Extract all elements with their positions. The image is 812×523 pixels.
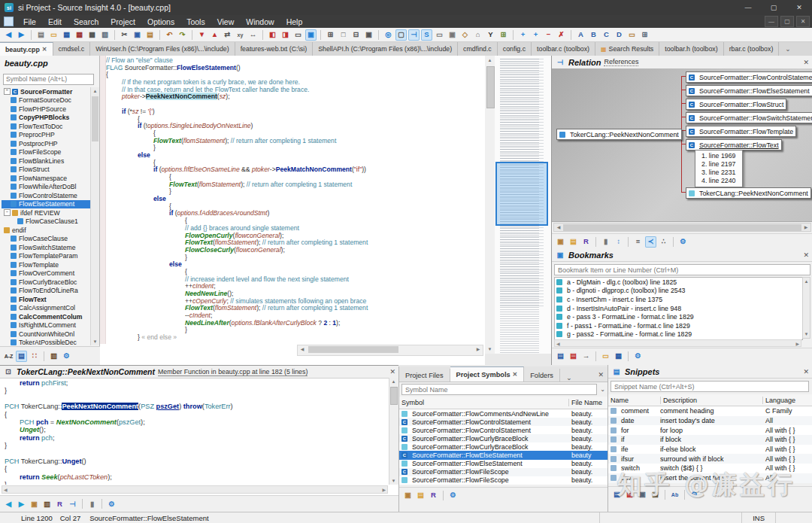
context-back-icon[interactable]: ◀ (3, 498, 14, 509)
copy-icon[interactable]: ▣ (132, 29, 143, 41)
snippet-row-ife[interactable]: ifeif-else blockAll with { } (608, 445, 812, 455)
bookmarks-vertical-scrollbar[interactable]: ▲ ▼ (802, 277, 810, 339)
symbol-item-flowtemplateparam[interactable]: FlowTemplateParam (2, 252, 90, 261)
symbol-item-calcassignmentcol[interactable]: CalcAssignmentCol (2, 304, 90, 313)
scroll-left-icon[interactable]: ◀ (4, 487, 8, 492)
replace-xy-icon[interactable]: xy (235, 29, 246, 41)
close-icon[interactable]: ✕ (803, 368, 809, 376)
save-as-icon[interactable]: ▦ (74, 29, 85, 41)
tab-project-symbols[interactable]: Project Symbols✕ (450, 366, 525, 382)
compare-files-icon[interactable]: ⇄ (222, 29, 233, 41)
scroll-down-icon[interactable]: ▼ (486, 345, 494, 353)
symbol-row-flowfilescope[interactable]: SourceFormatter::FlowFileScopebeauty. (399, 476, 607, 485)
context-lock-icon[interactable]: ▮ (86, 498, 98, 509)
close-icon[interactable]: ✕ (803, 59, 809, 66)
snippet-row-for[interactable]: forfor loopAll with { } (608, 425, 812, 435)
scroll-right-icon[interactable]: ▶ (382, 487, 386, 492)
editor-vertical-scrollbar[interactable]: ▲ ▼ (485, 56, 495, 354)
relation-node-flowelsestatement[interactable]: CSourceFormatter::FlowElseStatement (686, 85, 812, 96)
scroll-left-icon[interactable]: ◀ (298, 345, 307, 354)
relation-node-flowtext[interactable]: CSourceFormatter::FlowText (686, 139, 782, 151)
scroll-up-icon[interactable]: ▲ (91, 87, 99, 95)
context-bookmark-icon[interactable]: ▣ (29, 498, 40, 509)
editor-overview-minimap[interactable] (495, 56, 552, 354)
browse-mode-icon[interactable]: ◇ (459, 29, 471, 41)
snippet-row-if[interactable]: ifif blockAll with { } (608, 435, 812, 445)
context-window-toggle-icon[interactable]: ▭ (434, 29, 445, 41)
snippet-row-time[interactable]: timeinsert the current timeAll (608, 473, 812, 483)
relation-reference-lines-list[interactable]: 1. line 19692. line 21973. line 22314. l… (695, 150, 743, 187)
symbol-item-flowcaseclause[interactable]: FlowCaseClause (2, 235, 90, 244)
snippet-row-comment[interactable]: commentcomment headingC Family (608, 406, 812, 416)
context-settings-gear-icon[interactable]: ⚙ (106, 498, 117, 509)
reference-line-item[interactable]: 4. line 2240 (701, 177, 736, 185)
file-tab-cmdfind.c[interactable]: cmdfind.c (458, 42, 498, 56)
minimize-button[interactable]: — (735, 0, 761, 15)
back-icon[interactable]: ◀ (3, 29, 14, 41)
select-mode-icon[interactable]: ▢ (395, 29, 407, 41)
context-book-icon[interactable]: ▥ (41, 498, 53, 509)
mdi-document-icon[interactable] (4, 17, 14, 26)
style-d-icon[interactable]: D (614, 29, 625, 41)
close-icon[interactable]: ✕ (803, 251, 809, 259)
delete-lines-icon[interactable]: ✗ (556, 29, 567, 41)
tree-expander-icon[interactable]: − (4, 209, 11, 216)
list-view-icon[interactable]: ▤ (16, 351, 27, 362)
maximize-button[interactable]: ▢ (761, 0, 786, 15)
close-icon[interactable]: ✕ (42, 46, 47, 53)
group-view-icon[interactable]: ∷ (29, 351, 40, 362)
relation-node-peeknextnoncomment[interactable]: TokerCLang::PeekNextNonComment (686, 187, 811, 199)
sort-alpha-icon[interactable]: A-Z (3, 351, 14, 362)
relation-graph-vertical-icon[interactable]: ∴ (658, 236, 669, 248)
symbol-item-preprocphp[interactable]: PreprocPHP (2, 131, 90, 140)
activate-window-icon[interactable]: ▣ (305, 29, 317, 41)
next-change-icon[interactable]: ◨ (280, 29, 291, 41)
add-line-icon[interactable]: + (517, 29, 529, 41)
scrollbar-thumb[interactable] (92, 96, 98, 141)
menu-item-project[interactable]: Project (105, 15, 141, 28)
pull-symbol-icon[interactable]: Y (485, 29, 496, 41)
file-tab-toolbar.c[interactable]: toolbar.c (toolbox) (532, 42, 595, 56)
symbol-item-sourceformatter[interactable]: −CSourceFormatter (2, 87, 90, 96)
symbol-item-flowtoendoflinera[interactable]: FlowToEndOfLineRa (2, 287, 90, 296)
snippet-row-switch[interactable]: switchswitch ($i$) { }All with { } (608, 464, 812, 473)
symbol-item-isrightmlcomment[interactable]: IsRightMLComment (2, 321, 90, 330)
rename-snippet-icon[interactable]: Ab (669, 489, 680, 500)
menu-item-edit[interactable]: Edit (42, 15, 68, 28)
scrollbar-thumb[interactable] (390, 387, 398, 405)
context-code[interactable]: return pchFirst;} PCH TokerCLang::PeekNe… (5, 379, 388, 485)
editor-beauty-cpp[interactable]: // Flow an "else" clauseFLAG SourceForma… (100, 56, 485, 365)
file-tab-ShellAPI.h[interactable]: ShellAPI.h (C:\Program Files (x86)\...\i… (313, 42, 458, 56)
copy-snippet-icon[interactable]: ▣ (637, 489, 648, 500)
tile-horizontal-icon[interactable]: ⊞ (325, 29, 336, 41)
context-refresh-icon[interactable]: R (54, 498, 65, 509)
add-column-icon[interactable]: + (530, 29, 541, 41)
relation-subtitle[interactable]: References (604, 58, 638, 66)
symbol-item-calccommentcolum[interactable]: CalcCommentColum (2, 312, 90, 321)
close-icon[interactable]: ✕ (598, 371, 604, 379)
minimap-viewport[interactable] (495, 162, 548, 226)
merge-icon[interactable]: ↔ (247, 29, 259, 41)
save-bookmarks-icon[interactable]: ▦ (613, 351, 624, 362)
bookmark-item-g[interactable]: g - pass2 - FormatLine - format.c line 1… (555, 330, 802, 339)
file-tab-rbar.c[interactable]: rbar.c (toolbox) (724, 42, 780, 56)
symbol-item-postprocphp[interactable]: PostprocPHP (2, 139, 90, 148)
symbol-item-tokeratpossibledec[interactable]: TokerAtPossibleDec (2, 339, 90, 346)
context-forward-icon[interactable]: ▶ (16, 498, 27, 509)
project-refresh-icon[interactable]: R (428, 490, 439, 501)
redo-icon[interactable]: ↷ (177, 29, 188, 41)
symbol-tree-scrollbar[interactable]: ▲ ▼ (90, 87, 99, 345)
file-tab-Search[interactable]: ▦Search Results (595, 42, 659, 56)
close-icon[interactable]: ✕ (513, 371, 518, 378)
forward-icon[interactable]: ▶ (16, 29, 27, 41)
project-bookmark-icon[interactable]: ▣ (402, 490, 414, 501)
scroll-up-icon[interactable]: ▲ (486, 56, 494, 64)
lock-relation-icon[interactable]: ▮ (600, 236, 611, 248)
scroll-right-icon[interactable]: ▶ (795, 341, 799, 346)
mdi-close-button[interactable]: ✕ (796, 16, 810, 27)
file-tab-cmdsel.c[interactable]: cmdsel.c (53, 42, 91, 56)
new-window-icon[interactable]: ▭ (292, 29, 304, 41)
scrollbar-thumb[interactable] (308, 346, 398, 353)
column-header-name[interactable]: Name (608, 397, 660, 404)
delete-bookmark-icon[interactable]: ▤ (568, 351, 579, 362)
